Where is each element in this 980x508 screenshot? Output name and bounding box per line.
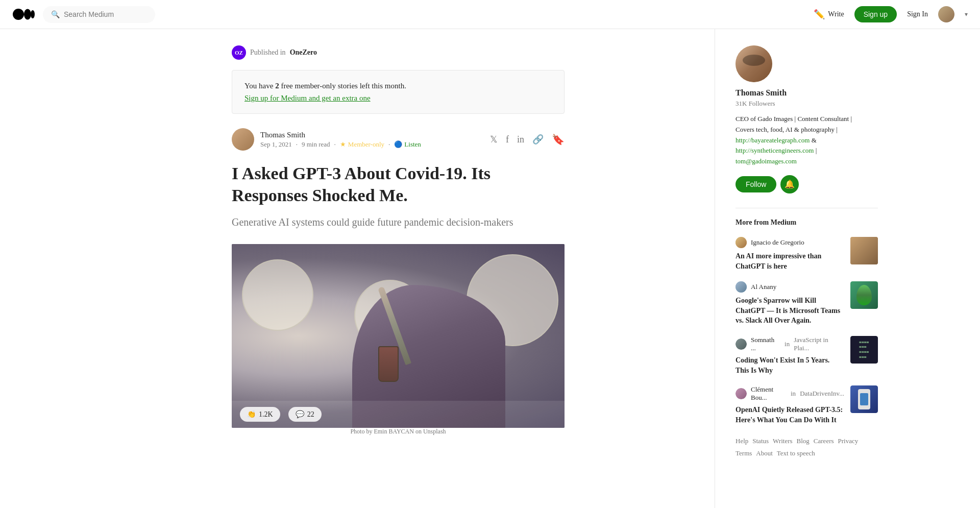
clap-count: 1.2K — [259, 410, 273, 419]
member-only-badge: ★ Member-only — [340, 140, 384, 149]
more-item-2-avatar — [736, 281, 747, 293]
header: 🔍 ✏️ Write Sign up Sign In ▾ — [0, 0, 980, 29]
footer-link-about[interactable]: About — [756, 449, 773, 457]
footer-link-status[interactable]: Status — [752, 437, 769, 445]
more-item-4-avatar — [736, 388, 747, 399]
article-author-avatar[interactable] — [232, 128, 254, 151]
more-item-3: Somnath ... in JavaScript in Plai... Cod… — [736, 336, 878, 375]
more-item-3-title[interactable]: Coding Won't Exist In 5 Years. This Is W… — [736, 355, 844, 375]
footer-link-privacy[interactable]: Privacy — [838, 437, 859, 445]
star-icon: ★ — [340, 140, 346, 149]
bio-link2[interactable]: http://syntheticengineers.com — [736, 147, 814, 154]
bell-icon: 🔔 — [785, 179, 795, 189]
user-avatar[interactable] — [938, 6, 954, 22]
dot-separator3: · — [388, 140, 390, 149]
sidebar-author-followers: 31K Followers — [736, 100, 878, 108]
published-in-label: Published in — [250, 49, 286, 57]
sidebar-author-name[interactable]: Thomas Smith — [736, 88, 878, 98]
search-icon: 🔍 — [51, 10, 60, 19]
article-read-time: 9 min read — [302, 140, 330, 149]
write-icon: ✏️ — [814, 9, 825, 20]
member-signup-link[interactable]: Sign up for Medium and get an extra one — [244, 94, 371, 102]
bio-link1[interactable]: http://bayareatelegraph.com — [736, 136, 810, 144]
more-item-1-author-row: Ignacio de Gregorio — [736, 237, 844, 248]
sidebar: Thomas Smith 31K Followers CEO of Gado I… — [715, 29, 898, 508]
article-author-name[interactable]: Thomas Smith — [260, 131, 421, 139]
more-item-4-author-row: Clément Bou... in DataDrivenInv... — [736, 385, 844, 402]
notify-button[interactable]: 🔔 — [780, 175, 799, 193]
bookmark-icon[interactable]: 🔖 — [552, 133, 565, 146]
avatar-chevron-icon[interactable]: ▾ — [965, 11, 968, 18]
image-caption: Photo by Emin BAYCAN on Unsplash — [232, 428, 565, 436]
more-item-1-avatar — [736, 237, 747, 248]
more-item-2-author-row: Al Anany — [736, 281, 844, 293]
publication-logo[interactable]: OZ — [232, 45, 246, 60]
search-bar[interactable]: 🔍 — [43, 6, 155, 23]
header-right: ✏️ Write Sign up Sign In ▾ — [814, 6, 968, 22]
more-item-4-author[interactable]: Clément Bou... — [751, 385, 787, 402]
author-details: Thomas Smith Sep 1, 2021 · 9 min read · … — [260, 131, 421, 149]
more-item-2: Al Anany Google's Sparrow will Kill Chat… — [736, 281, 878, 326]
footer-link-blog[interactable]: Blog — [797, 437, 810, 445]
member-only-label: Member-only — [348, 140, 384, 149]
footer-link-writers[interactable]: Writers — [773, 437, 792, 445]
main-container: OZ Published in OneZero You have 2 free … — [82, 29, 898, 508]
more-item-3-pub[interactable]: JavaScript in Plai... — [794, 336, 844, 352]
banner-prefix: You have — [244, 82, 275, 90]
write-label: Write — [828, 10, 844, 18]
footer-link-help[interactable]: Help — [736, 437, 748, 445]
play-icon: 🔵 — [394, 140, 402, 149]
comment-count: 22 — [307, 410, 314, 419]
article-area: OZ Published in OneZero You have 2 free … — [219, 29, 577, 508]
facebook-share-icon[interactable]: f — [506, 134, 509, 145]
more-item-3-author-row: Somnath ... in JavaScript in Plai... — [736, 336, 844, 352]
more-item-4-pub[interactable]: DataDrivenInv... — [800, 390, 844, 398]
member-banner: You have 2 free member-only stories left… — [232, 70, 565, 114]
clap-button[interactable]: 👏 1.2K — [240, 407, 280, 422]
listen-button[interactable]: 🔵 Listen — [394, 140, 421, 149]
footer-link-terms[interactable]: Terms — [736, 449, 752, 457]
article-date: Sep 1, 2021 — [260, 140, 292, 149]
follow-button[interactable]: Follow — [736, 176, 776, 192]
write-button[interactable]: ✏️ Write — [814, 9, 844, 20]
more-item-2-author[interactable]: Al Anany — [751, 283, 776, 291]
publication-name[interactable]: OneZero — [290, 49, 317, 57]
article-subtitle: Generative AI systems could guide future… — [232, 214, 565, 230]
more-item-1-author[interactable]: Ignacio de Gregorio — [751, 238, 804, 247]
bio-line1: CEO of Gado Images | Content Consultant … — [736, 115, 852, 123]
share-icons: 𝕏 f in 🔗 🔖 — [490, 133, 565, 146]
more-item-2-title[interactable]: Google's Sparrow will Kill ChatGPT — It … — [736, 296, 844, 326]
more-item-3-thumbnail: ≡≡≡≡≡≡≡≡≡≡≡≡≡≡ — [850, 336, 878, 364]
twitter-share-icon[interactable]: 𝕏 — [490, 134, 498, 145]
article-hero-image: 👏 1.2K 💬 22 — [232, 244, 565, 428]
clap-icon: 👏 — [247, 410, 256, 419]
comment-button[interactable]: 💬 22 — [288, 407, 322, 422]
header-left: 🔍 — [12, 6, 155, 23]
more-from-medium-title: More from Medium — [736, 208, 878, 227]
signin-link[interactable]: Sign In — [907, 10, 928, 18]
footer-link-careers[interactable]: Careers — [814, 437, 834, 445]
more-item-3-author[interactable]: Somnath ... — [751, 336, 780, 352]
more-item-1-thumbnail — [850, 237, 878, 264]
comment-icon: 💬 — [296, 410, 304, 419]
search-input[interactable] — [64, 10, 145, 18]
more-from-medium-section: More from Medium Ignacio de Gregorio An … — [736, 208, 878, 425]
image-circle-1 — [242, 259, 313, 331]
author-row: Thomas Smith Sep 1, 2021 · 9 min read · … — [232, 128, 565, 151]
link-share-icon[interactable]: 🔗 — [532, 134, 544, 145]
sidebar-author-bio: CEO of Gado Images | Content Consultant … — [736, 114, 878, 167]
more-item-1-title[interactable]: An AI more impressive than ChatGPT is he… — [736, 251, 844, 271]
signup-button[interactable]: Sign up — [854, 6, 897, 22]
more-item-4-title[interactable]: OpenAI Quietly Released GPT-3.5: Here's … — [736, 405, 844, 425]
more-item-4-pub-prefix: in — [791, 390, 796, 398]
bio-link3[interactable]: tom@gadoimages.com — [736, 157, 797, 165]
more-item-4-thumbnail — [850, 385, 878, 413]
svg-point-1 — [24, 9, 31, 20]
more-item-3-content: Somnath ... in JavaScript in Plai... Cod… — [736, 336, 844, 375]
more-item-2-thumbnail — [850, 281, 878, 309]
linkedin-share-icon[interactable]: in — [517, 134, 524, 145]
footer-link-tts[interactable]: Text to speech — [777, 449, 815, 457]
logo[interactable] — [12, 7, 35, 21]
sidebar-author-avatar[interactable] — [736, 45, 772, 82]
banner-suffix: free member-only stories left this month… — [279, 82, 406, 90]
